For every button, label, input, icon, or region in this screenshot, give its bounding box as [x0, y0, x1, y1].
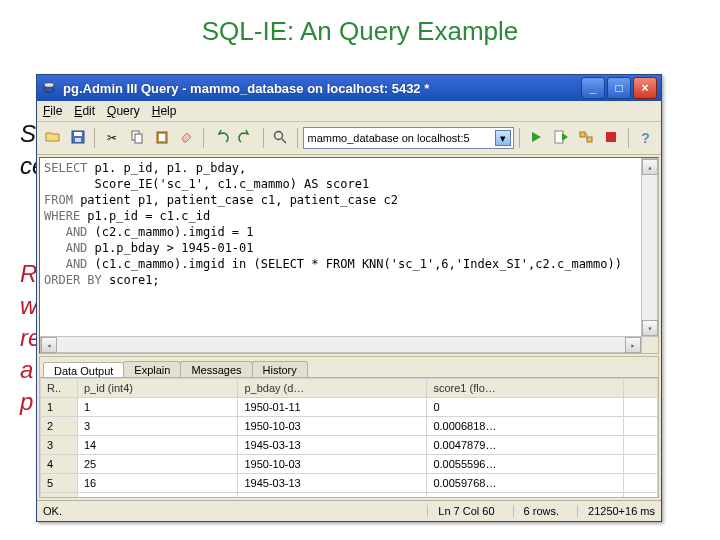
status-bar: OK. Ln 7 Col 60 6 rows. 21250+16 ms	[37, 500, 661, 521]
redo-button[interactable]	[234, 126, 257, 150]
database-selector-value: mammo_database on localhost:5	[308, 132, 470, 144]
pgadmin-window: pg.Admin III Query - mammo_database on l…	[36, 74, 662, 522]
database-selector[interactable]: mammo_database on localhost:5 ▾	[303, 127, 514, 149]
redo-icon	[238, 129, 254, 148]
toolbar: ✂ mammo_database on localhost:5 ▾ ?	[37, 122, 661, 155]
cell-bday: 1950-10-03	[238, 417, 427, 436]
scroll-up-icon[interactable]: ▴	[642, 159, 658, 175]
cell-bday: 1950-03-03	[238, 493, 427, 498]
menu-help[interactable]: Help	[152, 104, 177, 118]
toolbar-separator	[519, 128, 520, 148]
scroll-right-icon[interactable]: ▸	[625, 337, 641, 353]
execute-button[interactable]	[525, 126, 548, 150]
cell-rownum: 1	[41, 398, 78, 417]
window-title: pg.Admin III Query - mammo_database on l…	[63, 81, 579, 96]
menu-query[interactable]: Query	[107, 104, 140, 118]
svg-rect-4	[75, 138, 81, 142]
help-icon: ?	[641, 130, 650, 146]
cell-filler	[624, 455, 658, 474]
status-cursor: Ln 7 Col 60	[427, 505, 494, 517]
status-ok: OK.	[43, 505, 409, 517]
tab-history[interactable]: History	[252, 361, 308, 377]
cell-score: 0.0059768…	[427, 474, 624, 493]
svg-rect-10	[555, 131, 563, 143]
cell-bday: 1945-03-13	[238, 474, 427, 493]
find-button[interactable]	[268, 126, 291, 150]
cell-pid: 25	[78, 455, 238, 474]
col-pid[interactable]: p_id (int4)	[78, 379, 238, 398]
toolbar-separator	[94, 128, 95, 148]
play-file-icon	[553, 129, 569, 148]
results-pane: Data Output Explain Messages History R..…	[39, 356, 659, 498]
cell-pid: 3	[78, 417, 238, 436]
window-titlebar[interactable]: pg.Admin III Query - mammo_database on l…	[37, 75, 661, 101]
table-row[interactable]: 231950-10-030.0006818…	[41, 417, 658, 436]
scroll-corner	[642, 337, 658, 353]
results-grid: R.. p_id (int4) p_bday (d… score1 (flo… …	[40, 378, 658, 497]
col-bday[interactable]: p_bday (d…	[238, 379, 427, 398]
execute-file-button[interactable]	[550, 126, 573, 150]
col-filler	[624, 379, 658, 398]
undo-icon	[213, 129, 229, 148]
editor-scrollbar-h[interactable]: ◂ ▸	[40, 336, 642, 353]
undo-button[interactable]	[209, 126, 232, 150]
cell-pid: 16	[78, 474, 238, 493]
clipboard-icon	[154, 129, 170, 148]
tab-data-output[interactable]: Data Output	[43, 362, 124, 378]
sql-content[interactable]: SELECT p1. p_id, p1. p_bday, Score_IE('s…	[40, 158, 658, 290]
menu-edit[interactable]: Edit	[74, 104, 95, 118]
stop-icon	[604, 130, 618, 147]
table-row[interactable]: 5161945-03-130.0059768…	[41, 474, 658, 493]
status-time: 21250+16 ms	[577, 505, 655, 517]
editor-scrollbar-v[interactable]: ▴ ▾	[641, 158, 658, 337]
table-row[interactable]: 6131950-03-030.0347958…	[41, 493, 658, 498]
clear-button[interactable]	[175, 126, 198, 150]
cell-filler	[624, 493, 658, 498]
folder-open-icon	[45, 129, 61, 148]
slide-bg-text-w: w	[20, 292, 37, 321]
scroll-down-icon[interactable]: ▾	[642, 320, 658, 336]
pgadmin-icon	[41, 80, 57, 96]
cancel-query-button[interactable]	[600, 126, 623, 150]
save-button[interactable]	[66, 126, 89, 150]
svg-rect-13	[606, 132, 616, 142]
svg-point-0	[44, 83, 54, 87]
close-button[interactable]: ×	[633, 77, 657, 99]
col-score[interactable]: score1 (flo…	[427, 379, 624, 398]
paste-button[interactable]	[150, 126, 173, 150]
minimize-button[interactable]: _	[581, 77, 605, 99]
results-tabs: Data Output Explain Messages History	[40, 357, 658, 377]
explain-button[interactable]	[575, 126, 598, 150]
cell-score: 0.0055596…	[427, 455, 624, 474]
cell-rownum: 4	[41, 455, 78, 474]
cut-button[interactable]: ✂	[100, 126, 123, 150]
sql-editor[interactable]: SELECT p1. p_id, p1. p_bday, Score_IE('s…	[39, 157, 659, 354]
help-button[interactable]: ?	[634, 126, 657, 150]
table-row[interactable]: 111950-01-110	[41, 398, 658, 417]
table-row[interactable]: 3141945-03-130.0047879…	[41, 436, 658, 455]
tab-messages[interactable]: Messages	[180, 361, 252, 377]
scroll-left-icon[interactable]: ◂	[41, 337, 57, 353]
slide-bg-text-p: p	[20, 388, 33, 417]
cell-score: 0.0006818…	[427, 417, 624, 436]
toolbar-separator	[203, 128, 204, 148]
menu-file[interactable]: File	[43, 104, 62, 118]
copy-button[interactable]	[125, 126, 148, 150]
svg-rect-3	[74, 132, 82, 136]
table-row[interactable]: 4251950-10-030.0055596…	[41, 455, 658, 474]
tab-explain[interactable]: Explain	[123, 361, 181, 377]
open-button[interactable]	[41, 126, 64, 150]
results-grid-wrap[interactable]: R.. p_id (int4) p_bday (d… score1 (flo… …	[40, 377, 658, 497]
toolbar-separator	[263, 128, 264, 148]
eraser-icon	[179, 129, 195, 148]
maximize-button[interactable]: □	[607, 77, 631, 99]
slide-bg-text-a: a	[20, 356, 33, 385]
cell-rownum: 6	[41, 493, 78, 498]
scissors-icon: ✂	[107, 131, 117, 145]
col-rownum[interactable]: R..	[41, 379, 78, 398]
cell-rownum: 2	[41, 417, 78, 436]
slide-title: SQL-IE: An Query Example	[0, 16, 720, 47]
cell-score: 0.0047879…	[427, 436, 624, 455]
svg-point-9	[275, 131, 283, 139]
slide-bg-text-s: S	[20, 120, 36, 149]
